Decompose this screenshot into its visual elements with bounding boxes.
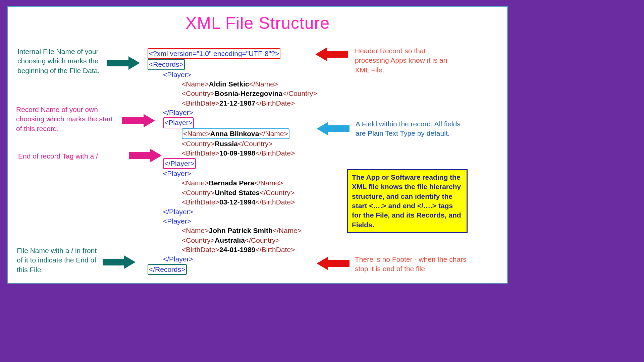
xml-birth-open: <BirthDate> [182,246,219,253]
xml-player-close: </Player> [163,109,193,116]
xml-birth-open: <BirthDate> [182,99,219,107]
xml-records-close: </Records> [149,265,185,273]
xml-records-open: <Records> [149,60,183,68]
xml-player-close: </Player> [163,208,193,216]
xml-name-close: </Name> [259,130,288,137]
label-no-footer: There is no Footer - when the chars stop… [355,255,472,274]
label-internal-file-name: Internal File Name of your choosing whic… [17,47,105,75]
xml-player-birth: 24-01-1989 [219,246,255,253]
xml-player-close: </Player> [164,160,195,167]
label-end-of-record: End of record Tag with a / [18,152,125,161]
xml-country-close: </Country> [282,89,317,97]
xml-country-close: </Country> [238,140,273,147]
xml-player-birth: 21-12-1987 [219,99,255,107]
xml-player-name: Bernada Pera [209,179,254,187]
xml-player-country: Bosnia-Herzegovina [215,89,282,97]
arrow-left-icon [316,257,350,270]
xml-name-open: <Name> [182,227,209,234]
xml-country-open: <Country> [182,189,215,196]
xml-player-name: Anna Blinkova [210,130,259,137]
label-file-end: File Name with a / in front of it to ind… [17,246,101,275]
xml-country-open: <Country> [182,140,215,147]
xml-name-close: </Name> [249,80,278,88]
slide-frame: XML File Structure Internal File Name of… [7,6,508,284]
xml-player-name: John Patrick Smith [209,227,273,234]
xml-player-open: <Player> [163,71,191,78]
xml-country-close: </Country> [245,236,280,244]
xml-player-birth: 03-12-1994 [219,198,255,206]
arrow-right-icon [103,255,136,269]
xml-birth-close: </BirthDate> [256,246,295,253]
xml-name-close: </Name> [254,179,283,187]
arrow-left-icon [315,48,348,61]
xml-birth-open: <BirthDate> [182,149,219,157]
label-field-in-record: A Field within the record. All fields ar… [356,119,466,138]
xml-name-open: <Name> [183,130,210,137]
xml-name-close: </Name> [273,227,302,234]
label-record-name: Record Name of your own choosing which m… [16,105,120,133]
xml-birth-close: </BirthDate> [256,198,295,206]
label-header-record: Header Record so that processing Apps kn… [355,46,452,75]
xml-birth-close: </BirthDate> [256,99,295,107]
note-box: The App or Software reading the XML file… [347,169,468,233]
xml-player-country: Russia [215,140,238,147]
xml-birth-open: <BirthDate> [182,198,219,206]
xml-name-open: <Name> [182,179,209,187]
xml-declaration: <?xml version="1.0" encoding="UTF-8"?> [149,50,279,57]
page-title: XML File Structure [8,13,507,33]
xml-player-open: <Player> [163,170,191,177]
xml-country-close: </Country> [260,189,294,196]
xml-player-country: Australia [215,236,245,244]
xml-player-open: <Player> [164,119,193,126]
xml-player-country: United States [215,189,260,196]
xml-code-display: <?xml version="1.0" encoding="UTF-8"?> <… [148,48,317,275]
xml-country-open: <Country> [182,236,215,244]
xml-player-name: Aldin Setkic [209,80,249,88]
xml-name-open: <Name> [182,80,209,88]
xml-player-birth: 10-09-1998 [219,149,255,157]
xml-player-open: <Player> [163,217,191,225]
xml-country-open: <Country> [182,89,215,97]
arrow-left-icon [316,122,350,135]
xml-birth-close: </BirthDate> [256,149,295,157]
arrow-right-icon [107,56,141,70]
xml-player-close: </Player> [163,255,193,263]
